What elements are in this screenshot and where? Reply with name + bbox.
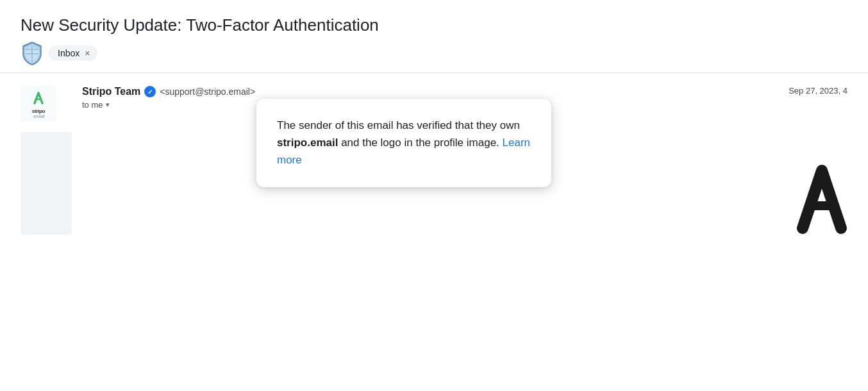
email-subject: New Security Update: Two-Factor Authenti… (21, 15, 847, 35)
verified-badge[interactable]: ✓ (144, 86, 156, 97)
sender-name-row: Stripo Team ✓ <support@stripo.email> (82, 86, 255, 97)
email-body: stripo .email Stripo Team ✓ <support@str… (0, 73, 868, 235)
stripo-logo-text: stripo (32, 109, 45, 114)
sender-avatar: stripo .email (21, 86, 56, 122)
sender-email: <support@stripo.email> (160, 87, 255, 97)
inbox-tag-close[interactable]: × (85, 48, 90, 58)
recipient-chevron-icon: ▾ (106, 101, 110, 109)
to-me-row[interactable]: to me ▾ (82, 100, 255, 110)
email-header: New Security Update: Two-Factor Authenti… (0, 0, 868, 73)
verified-checkmark: ✓ (147, 88, 153, 96)
stripo-logo-subtext: .email (33, 114, 45, 119)
tooltip-text-before: The sender of this email has verified th… (277, 119, 520, 131)
inbox-tag[interactable]: Inbox × (49, 46, 97, 61)
sender-name: Stripo Team (82, 86, 140, 97)
shield-icon (21, 42, 44, 65)
email-thumbnail (21, 132, 72, 235)
bottom-stripo-icon (790, 164, 847, 235)
send-date: Sep 27, 2023, 4 (789, 86, 847, 96)
recipient-label: to me (82, 100, 103, 110)
tooltip-text-after: and the logo in the profile image. (338, 137, 499, 149)
inbox-tag-label: Inbox (58, 48, 79, 58)
email-tags: Inbox × (21, 42, 847, 65)
verification-tooltip: The sender of this email has verified th… (256, 99, 551, 187)
tooltip-bold-domain: stripo.email (277, 137, 338, 149)
